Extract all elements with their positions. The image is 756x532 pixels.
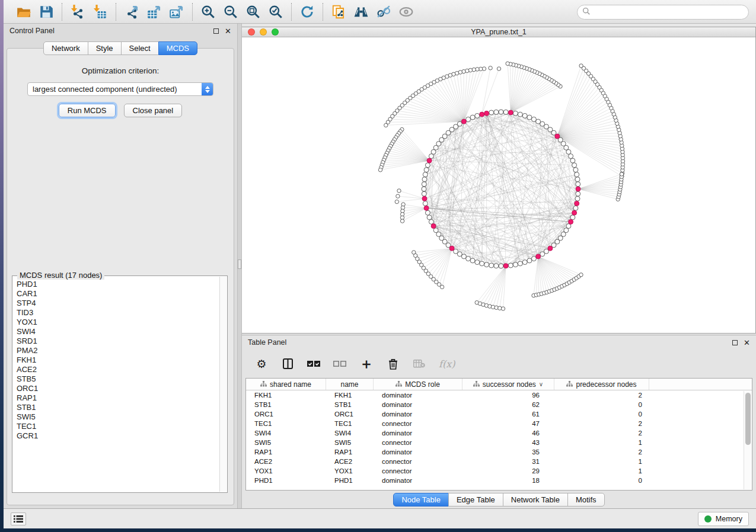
zoom-fit-button[interactable] xyxy=(244,2,263,21)
graph-node-mcds[interactable] xyxy=(569,219,573,224)
graph-node[interactable] xyxy=(508,263,513,268)
show-columns-button[interactable] xyxy=(281,356,294,371)
graph-node[interactable] xyxy=(527,258,532,263)
mcds-result-item[interactable]: PMA2 xyxy=(17,346,219,355)
graph-node-mcds[interactable] xyxy=(548,246,553,251)
graph-node-mcds[interactable] xyxy=(572,210,577,215)
mcds-result-item[interactable]: SRD1 xyxy=(17,336,219,346)
run-mcds-button[interactable]: Run MCDS xyxy=(59,104,116,117)
graph-node[interactable] xyxy=(573,168,578,172)
graph-node[interactable] xyxy=(433,228,438,233)
float-table-panel-icon[interactable] xyxy=(732,340,738,345)
table-row[interactable]: PHD1PHD1dominator180 xyxy=(246,476,752,485)
graph-node[interactable] xyxy=(475,260,480,265)
table-row[interactable]: RAP1RAP1dominator352 xyxy=(246,447,752,457)
graph-node[interactable] xyxy=(531,257,536,261)
graph-node[interactable] xyxy=(499,110,503,114)
graph-node[interactable] xyxy=(522,260,527,265)
graph-node[interactable] xyxy=(425,210,430,215)
table-tab-node-table[interactable]: Node Table xyxy=(393,493,449,507)
tab-mcds[interactable]: MCDS xyxy=(158,41,197,55)
graph-node-mcds[interactable] xyxy=(555,134,560,139)
deselect-all-rows-button[interactable] xyxy=(333,356,346,371)
network-from-document-button[interactable] xyxy=(329,2,348,21)
export-table-button[interactable] xyxy=(145,2,164,21)
graph-node-mcds[interactable] xyxy=(484,111,489,116)
search-box[interactable] xyxy=(577,5,749,20)
graph-node[interactable] xyxy=(494,110,499,114)
graph-node[interactable] xyxy=(522,113,527,118)
graph-node[interactable] xyxy=(429,219,433,224)
splitter-handle-icon[interactable] xyxy=(238,259,241,269)
graph-node[interactable] xyxy=(575,177,580,182)
table-tab-edge-table[interactable]: Edge Table xyxy=(448,493,503,507)
graph-node-mcds[interactable] xyxy=(480,112,484,117)
graph-node-mcds[interactable] xyxy=(461,119,466,124)
graph-node-mcds[interactable] xyxy=(449,246,454,251)
graph-node-mcds[interactable] xyxy=(508,110,513,115)
mcds-result-item[interactable]: TEC1 xyxy=(17,422,219,431)
graph-node[interactable] xyxy=(427,215,432,220)
mcds-result-item[interactable]: PHD1 xyxy=(17,280,219,289)
zoom-in-button[interactable] xyxy=(199,2,218,21)
mcds-result-item[interactable]: FKH1 xyxy=(17,355,219,365)
zoom-out-button[interactable] xyxy=(221,2,240,21)
network-canvas[interactable] xyxy=(242,37,755,333)
mcds-result-item[interactable]: YOX1 xyxy=(17,318,219,327)
graph-node[interactable] xyxy=(527,115,532,120)
graph-node-mcds[interactable] xyxy=(575,201,579,206)
mcds-result-item[interactable]: RAP1 xyxy=(17,393,219,403)
graph-node[interactable] xyxy=(422,187,426,191)
table-tab-motifs[interactable]: Motifs xyxy=(567,493,605,507)
import-table-button[interactable] xyxy=(91,2,110,21)
mcds-result-item[interactable]: STB5 xyxy=(17,374,219,384)
table-row[interactable]: ORC1ORC1dominator610 xyxy=(246,409,752,419)
table-row[interactable]: FKH1FKH1dominator962 xyxy=(246,390,752,400)
mcds-result-item[interactable]: SWI4 xyxy=(17,327,219,336)
graph-node[interactable] xyxy=(489,263,494,268)
graph-node[interactable] xyxy=(570,215,575,220)
table-settings-button[interactable]: ⚙ xyxy=(255,356,268,371)
table-scrollbar[interactable] xyxy=(744,391,751,489)
graph-node-mcds[interactable] xyxy=(576,187,580,191)
criterion-select[interactable]: largest connected component (undirected) xyxy=(27,82,213,96)
zoom-selected-button[interactable] xyxy=(266,2,285,21)
graph-node[interactable] xyxy=(566,149,571,154)
graph-node[interactable] xyxy=(540,252,545,257)
graph-node[interactable] xyxy=(422,182,426,187)
graph-node-mcds[interactable] xyxy=(427,158,432,163)
graph-node[interactable] xyxy=(575,172,579,177)
save-session-button[interactable] xyxy=(37,2,56,21)
graph-node[interactable] xyxy=(494,264,499,268)
graph-node[interactable] xyxy=(499,264,503,268)
graph-node[interactable] xyxy=(475,113,480,118)
table-row[interactable]: STB1STB1dominator620 xyxy=(246,400,752,409)
graph-node[interactable] xyxy=(470,115,475,120)
import-network-button[interactable] xyxy=(68,2,87,21)
graph-node[interactable] xyxy=(425,163,430,168)
graph-node[interactable] xyxy=(513,262,518,267)
tab-style[interactable]: Style xyxy=(88,41,122,55)
graph-node[interactable] xyxy=(575,196,580,201)
mcds-result-item[interactable]: CAR1 xyxy=(17,289,219,299)
mcds-result-item[interactable]: ORC1 xyxy=(17,384,219,393)
graph-node-mcds[interactable] xyxy=(424,206,429,210)
graph-node[interactable] xyxy=(457,121,462,126)
graph-node-mcds[interactable] xyxy=(536,254,541,259)
graph-node[interactable] xyxy=(564,145,569,150)
table-scrollbar-thumb[interactable] xyxy=(745,393,751,445)
memory-button[interactable]: Memory xyxy=(698,512,749,526)
graph-node-mcds[interactable] xyxy=(431,224,436,229)
graph-node-mcds[interactable] xyxy=(422,196,427,201)
mcds-result-item[interactable]: GCR1 xyxy=(17,431,219,441)
graph-node[interactable] xyxy=(422,191,426,196)
graph-node[interactable] xyxy=(480,261,484,266)
graph-node-mcds[interactable] xyxy=(503,264,508,268)
task-history-button[interactable] xyxy=(11,512,26,525)
graph-node[interactable] xyxy=(536,119,541,124)
graph-node[interactable] xyxy=(572,163,577,168)
graph-node[interactable] xyxy=(429,154,433,159)
export-image-button[interactable] xyxy=(167,2,186,21)
graph-node[interactable] xyxy=(431,149,436,154)
graph-node[interactable] xyxy=(423,172,428,177)
